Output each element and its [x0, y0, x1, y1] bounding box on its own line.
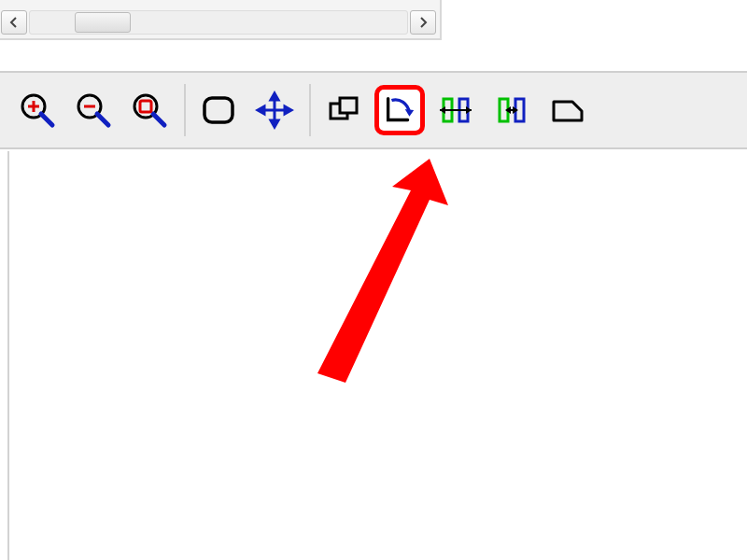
svg-line-1: [41, 114, 52, 125]
toolbar-separator: [184, 84, 186, 136]
zoom-out-button[interactable]: [68, 85, 119, 135]
toolbar-separator: [309, 84, 311, 136]
svg-marker-15: [258, 106, 264, 114]
svg-rect-9: [140, 101, 151, 112]
horizontal-scrollbar[interactable]: [1, 10, 436, 35]
zoom-in-icon: [18, 91, 57, 130]
svg-marker-19: [405, 109, 415, 117]
overlap-rect-icon: [324, 91, 363, 130]
zoom-reset-button[interactable]: [124, 85, 175, 135]
svg-line-5: [97, 114, 108, 125]
svg-marker-13: [271, 93, 278, 100]
canvas-area[interactable]: [7, 151, 747, 560]
zoom-out-icon: [74, 91, 113, 130]
align-horizontal-alt-button[interactable]: [486, 85, 537, 135]
zoom-reset-icon: [130, 91, 169, 130]
scroll-track[interactable]: [29, 10, 408, 35]
rotate-icon: [381, 91, 418, 129]
fit-view-button[interactable]: [193, 85, 244, 135]
svg-rect-18: [340, 98, 357, 113]
scroll-thumb[interactable]: [75, 12, 131, 33]
align-horizontal-alt-icon: [492, 91, 531, 130]
copy-button[interactable]: [318, 85, 369, 135]
align-horizontal-icon: [436, 91, 475, 130]
svg-marker-16: [285, 106, 291, 114]
scroll-right-button[interactable]: [410, 10, 436, 35]
svg-line-8: [153, 114, 164, 125]
fit-view-icon: [199, 91, 238, 130]
pan-move-icon: [255, 91, 294, 130]
main-toolbar: [0, 71, 747, 149]
side-panel: [0, 0, 442, 40]
page-icon: [548, 91, 587, 130]
svg-marker-14: [271, 120, 278, 127]
pan-button[interactable]: [249, 85, 300, 135]
scroll-left-button[interactable]: [1, 10, 27, 35]
page-button[interactable]: [543, 85, 593, 135]
svg-rect-10: [204, 98, 233, 122]
zoom-in-button[interactable]: [12, 85, 63, 135]
rotate-button[interactable]: [374, 85, 425, 135]
align-horizontal-button[interactable]: [430, 85, 481, 135]
